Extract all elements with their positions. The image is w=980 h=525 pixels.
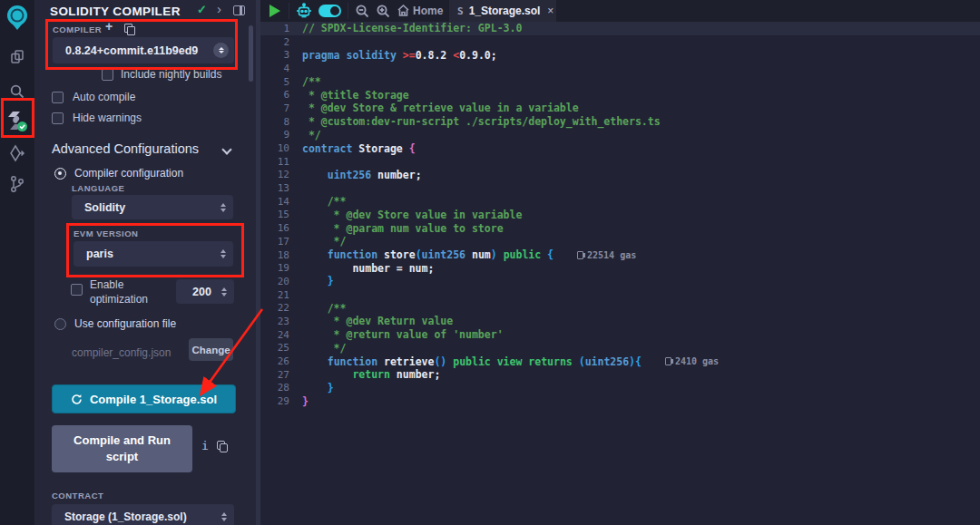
line-number: 24 [260,329,302,341]
select-stepper-icon [220,249,226,258]
git-branch-icon[interactable] [0,169,34,199]
chevron-right-icon[interactable]: › [217,1,221,16]
code-line[interactable]: 25 */ [260,342,980,355]
line-number: 2 [260,36,302,48]
gas-estimate-badge: 2410 gas [665,356,719,366]
nightly-builds-checkbox[interactable] [102,69,113,81]
code-line[interactable]: 10contract Storage { [260,141,980,155]
add-compiler-icon[interactable]: + [105,19,113,34]
code-line[interactable]: 19 number = num; [260,261,980,275]
evm-version-value: paris [74,248,220,260]
deploy-run-icon[interactable] [0,138,34,169]
code-line[interactable]: 5/** [260,75,980,89]
line-number: 28 [260,382,302,394]
nightly-builds-label: Include nightly builds [121,68,221,81]
chevron-down-icon[interactable] [221,144,231,154]
copy-icon[interactable] [217,441,225,450]
copy-version-icon[interactable] [124,24,132,33]
code-line[interactable]: 21 [260,288,980,302]
compiler-configuration-radio[interactable] [54,168,66,180]
home-tab-label[interactable]: Home [413,5,443,17]
search-icon[interactable] [0,76,34,107]
code-line[interactable]: 16 * @param num value to store [260,221,980,235]
line-number: 13 [260,182,302,194]
compiler-version-select[interactable]: 0.8.24+commit.e11b9ed9 [53,37,234,63]
tab-1-storage-sol[interactable]: S 1_Storage.sol × [449,0,556,22]
code-line[interactable]: 28 } [260,382,980,395]
code-line[interactable]: 20 } [260,275,980,288]
language-value: Solidity [72,201,220,214]
code-line[interactable]: 17 */ [260,235,980,248]
advanced-configurations-title[interactable]: Advanced Configurations [52,141,199,156]
zoom-in-icon[interactable] [376,4,391,23]
code-line[interactable]: 14 /** [260,195,980,209]
code-line[interactable]: 3pragma solidity >=0.8.2 <0.9.0; [260,48,980,62]
config-file-name: compiler_config.json [72,346,171,359]
code-line[interactable]: 6 * @title Storage [260,88,980,102]
enable-optimization-checkbox[interactable] [71,284,83,296]
optimization-runs-value: 200 [176,286,221,298]
code-line[interactable]: 27 return number; [260,368,980,382]
line-number: 1 [260,23,302,34]
enable-optimization-label: Enable optimization [90,278,166,306]
refresh-icon [71,394,83,405]
code-line[interactable]: 9 */ [260,129,980,142]
compile-button[interactable]: Compile 1_Storage.sol [52,384,236,413]
code-line[interactable]: 29} [260,394,980,408]
tab-filename: 1_Storage.sol [469,5,541,17]
file-explorer-icon[interactable] [0,42,34,73]
solidity-compiler-icon[interactable] [0,105,34,136]
gas-estimate-badge: 22514 gas [577,250,636,260]
panel-scrollbar[interactable] [249,25,253,82]
line-number: 19 [260,262,302,274]
language-label: LANGUAGE [72,183,124,193]
use-configuration-file-radio[interactable] [54,318,66,330]
evm-version-select[interactable]: paris [74,241,233,267]
change-config-button[interactable]: Change [189,338,233,361]
home-icon[interactable] [397,4,410,21]
use-configuration-file-label: Use configuration file [74,317,176,330]
line-number: 29 [260,395,302,407]
line-number: 9 [260,129,302,141]
auto-compile-checkbox[interactable] [52,92,64,103]
optimization-runs-input[interactable]: 200 [176,279,234,304]
ai-assistant-icon[interactable] [295,3,313,23]
code-line[interactable]: 26 function retrieve() public view retur… [260,355,980,368]
line-number: 23 [260,316,302,327]
run-script-icon[interactable] [270,5,280,17]
code-line[interactable]: 15 * @dev Store value in variable [260,209,980,222]
code-line[interactable]: 13 [260,181,980,195]
line-number: 5 [260,76,302,88]
code-line[interactable]: 2 [260,35,980,49]
code-line[interactable]: 12 uint256 number; [260,169,980,182]
pin-panel-icon[interactable] [233,5,245,15]
line-number: 15 [260,209,302,220]
code-line[interactable]: 1// SPDX-License-Identifier: GPL-3.0 [260,22,980,35]
info-icon[interactable]: i [201,439,209,452]
code-line[interactable]: 22 /** [260,301,980,315]
compile-and-run-button[interactable]: Compile and Run script [52,425,192,472]
code-line[interactable]: 7 * @dev Store & retrieve value in a var… [260,102,980,115]
code-lines: 1// SPDX-License-Identifier: GPL-3.023pr… [260,22,980,525]
contract-value: Storage (1_Storage.sol) [52,510,221,523]
remix-logo[interactable] [0,2,34,33]
language-select[interactable]: Solidity [72,195,233,219]
number-stepper-icon [221,287,227,297]
gas-pump-icon [577,251,583,259]
code-line[interactable]: 23 * @dev Return value [260,315,980,328]
zoom-out-icon[interactable] [355,4,370,23]
separator [289,3,289,19]
code-line[interactable]: 18 function store(uint256 num) public {2… [260,248,980,262]
code-line[interactable]: 4 [260,62,980,75]
code-line[interactable]: 11 [260,155,980,169]
contract-select[interactable]: Storage (1_Storage.sol) [52,504,234,525]
ai-toggle-switch[interactable] [318,5,341,17]
hide-warnings-checkbox[interactable] [52,112,64,124]
line-number: 16 [260,222,302,234]
code-line[interactable]: 8 * @custom:dev-run-script ./scripts/dep… [260,115,980,129]
line-number: 11 [260,156,302,168]
compile-and-run-label: Compile and Run script [64,433,180,464]
code-line[interactable]: 24 * @return value of 'number' [260,328,980,342]
solidity-compiler-panel: SOLIDITY COMPILER ✓ › COMPILER + 0.8.24+… [34,0,256,525]
tab-close-icon[interactable]: × [547,5,554,17]
